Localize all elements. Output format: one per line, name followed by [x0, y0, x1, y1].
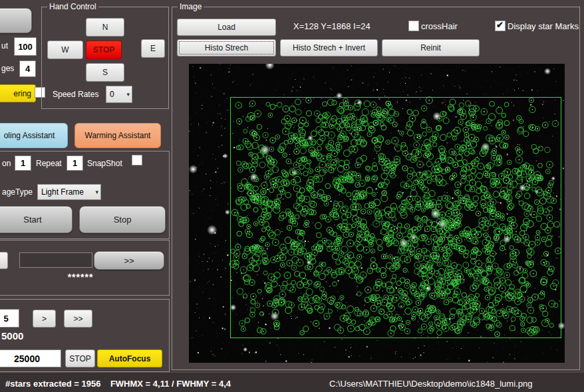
star-marks-label: Display star Marks [508, 21, 579, 31]
chevron-down-icon: ▾ [126, 91, 130, 98]
text-send-groupbox: >> ****** [0, 240, 170, 296]
cropped-left-button[interactable] [0, 252, 8, 269]
timeout-label: ut [1, 41, 8, 50]
exposure-input[interactable]: 1 [15, 155, 31, 171]
focus-stop-button[interactable]: STOP [65, 349, 95, 367]
snapshot-checkbox[interactable] [132, 155, 142, 165]
camera-groupbox: on 1 Repeat 1 SnapShot ageType Light Fra… [0, 151, 170, 239]
frames-input[interactable]: 4 [19, 60, 36, 77]
warming-assistant-button[interactable]: Warming Assistant [74, 123, 161, 148]
load-button[interactable]: Load [177, 19, 276, 36]
fast-step-button[interactable]: >> [64, 310, 92, 328]
send-button[interactable]: >> [94, 251, 164, 270]
image-type-dropdown[interactable]: Light Frame ▾ [37, 184, 101, 200]
image-type-value: Light Frame [41, 187, 84, 197]
west-button[interactable]: W [47, 41, 83, 59]
focus-position-text: 5000 [1, 330, 23, 342]
cropped-top-button[interactable] [0, 8, 32, 33]
text-input[interactable] [19, 252, 92, 268]
image-groupbox: Image Load X=128 Y=1868 I=24 crossHair D… [172, 7, 580, 370]
south-button[interactable]: S [86, 63, 124, 82]
speed-rates-dropdown[interactable]: 0 ▾ [106, 86, 132, 103]
focus-step-input[interactable]: 5 [0, 309, 19, 328]
timeout-input[interactable]: 100 [14, 37, 37, 56]
start-button[interactable]: Start [0, 206, 73, 233]
stop-button[interactable]: Stop [79, 206, 166, 233]
snapshot-label: SnapShot [87, 159, 122, 168]
cursor-coords-text: X=128 Y=1868 I=24 [293, 21, 370, 31]
step-button[interactable]: > [33, 310, 56, 328]
image-type-label: ageType [2, 187, 33, 197]
repeat-label: Repeat [36, 159, 62, 168]
dithering-button[interactable]: ering [0, 84, 36, 102]
image-title: Image [178, 2, 204, 11]
app-window: ut 100 ges 4 ering Hand Control N W STOP… [0, 0, 584, 392]
crosshair-checkbox[interactable] [408, 21, 419, 31]
chevron-down-icon: ▾ [95, 189, 98, 195]
autofocus-button[interactable]: AutoFocus [97, 349, 162, 367]
focus-target-input[interactable]: 25000 [0, 349, 61, 367]
north-button[interactable]: N [86, 18, 124, 37]
histo-stretch-button[interactable]: Histo Strech [177, 39, 276, 56]
crosshair-label: crossHair [421, 21, 458, 31]
speed-rates-label: Speed Rates [53, 90, 98, 99]
star-marks-checkbox[interactable] [495, 21, 506, 31]
east-button[interactable]: E [141, 39, 165, 58]
hand-control-title: Hand Control [47, 2, 98, 11]
exposure-label: on [2, 159, 11, 168]
masked-text: ****** [47, 272, 114, 282]
star-image-canvas[interactable] [189, 64, 565, 363]
file-path-text: C:\Users\MATTHIEU\Desktop\demo\ic1848_lu… [329, 379, 532, 389]
stats-text: #stars extracted = 1956 FWHMX = 4,11 / F… [5, 379, 231, 389]
hand-control-groupbox: Hand Control N W STOP E S Speed Rates 0 … [41, 7, 169, 109]
status-bar: #stars extracted = 1956 FWHMX = 4,11 / F… [0, 373, 584, 392]
focuser-groupbox: 5 > >> 5000 25000 STOP AutoFocus [0, 299, 170, 372]
histo-stretch-invert-button[interactable]: Histo Strech + Invert [280, 39, 378, 56]
repeat-input[interactable]: 1 [67, 155, 83, 171]
frames-label: ges [1, 64, 14, 73]
cooling-assistant-button[interactable]: oling Assistant [0, 123, 68, 148]
stop-hand-button[interactable]: STOP [86, 41, 122, 59]
speed-rates-value: 0 [110, 90, 114, 99]
reinit-button[interactable]: Reinit [382, 39, 480, 56]
